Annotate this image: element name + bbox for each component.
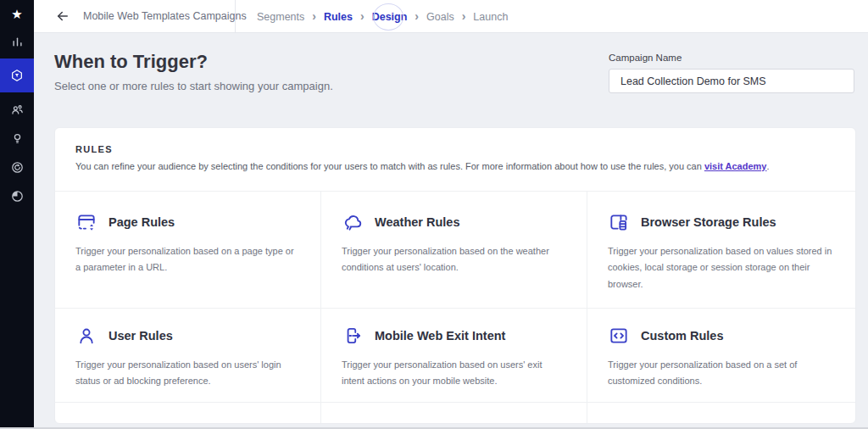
- card-description: Trigger your personalization based on a …: [75, 243, 302, 276]
- rule-card-weather-rules[interactable]: Weather Rules Trigger your personalizati…: [321, 192, 587, 309]
- browser-storage-rules-icon: [608, 211, 630, 233]
- campaign-name-block: Campaign Name: [609, 53, 854, 93]
- campaign-name-label: Campaign Name: [609, 53, 854, 63]
- sidebar-item-history[interactable]: [0, 181, 34, 210]
- weather-rules-icon: [342, 211, 364, 233]
- card-header: Page Rules: [75, 211, 302, 233]
- card-title: Browser Storage Rules: [641, 215, 776, 229]
- rule-card-user-rules[interactable]: User Rules Trigger your personalization …: [55, 309, 321, 403]
- users-icon: [9, 102, 25, 118]
- sidebar-item-favorites[interactable]: ★: [0, 0, 34, 27]
- card-title: User Rules: [108, 329, 173, 343]
- rule-card-mobile-web-exit-intent[interactable]: Mobile Web Exit Intent Trigger your pers…: [321, 309, 587, 403]
- chevron-right-icon: ›: [462, 10, 466, 24]
- visit-academy-link[interactable]: visit Academy: [704, 161, 767, 171]
- card-description: Trigger your personalization based on a …: [608, 357, 837, 390]
- rules-panel-header: RULES You can refine your audience by se…: [55, 128, 855, 192]
- card-description: Trigger your personalization based on va…: [608, 243, 837, 292]
- rule-card-custom-rules[interactable]: Custom Rules Trigger your personalizatio…: [587, 309, 855, 403]
- sidebar-item-audience[interactable]: [0, 95, 34, 124]
- page-rules-icon: [75, 211, 97, 233]
- back-arrow-icon: [55, 8, 70, 24]
- breadcrumb-step-design-wrap: Design: [372, 11, 408, 23]
- page-subtitle: Select one or more rules to start showin…: [54, 80, 333, 92]
- chevron-right-icon: ›: [312, 10, 316, 24]
- campaign-name-input[interactable]: [609, 69, 854, 93]
- sidebar-item-personalization[interactable]: [0, 58, 34, 92]
- card-description: Trigger your personalization based on us…: [75, 357, 302, 390]
- card-header: Custom Rules: [608, 325, 837, 347]
- rules-heading: RULES: [75, 144, 835, 154]
- rules-intro-period: .: [766, 161, 769, 171]
- sidebar-item-optimize[interactable]: [0, 153, 34, 181]
- sidebar-item-analytics[interactable]: [0, 27, 34, 56]
- rules-cards-grid: Page Rules Trigger your personalization …: [55, 192, 855, 424]
- custom-rules-icon: [608, 325, 630, 347]
- user-rules-icon: [75, 325, 97, 347]
- bar-chart-icon: [9, 34, 25, 50]
- card-header: User Rules: [75, 325, 302, 347]
- chevron-right-icon: ›: [360, 10, 364, 24]
- card-header: Weather Rules: [342, 211, 568, 233]
- optimize-icon: [9, 159, 25, 176]
- rules-panel: RULES You can refine your audience by se…: [54, 127, 856, 424]
- breadcrumb-step-rules[interactable]: Rules: [324, 11, 353, 23]
- back-button[interactable]: [54, 8, 71, 25]
- star-icon: ★: [11, 8, 22, 20]
- lightbulb-icon: [9, 131, 25, 147]
- card-title: Page Rules: [108, 215, 175, 229]
- personalization-icon: [8, 67, 25, 84]
- rule-card-hidden-1[interactable]: [55, 403, 321, 424]
- topbar-title: Mobile Web Templates Campaigns: [83, 10, 247, 22]
- card-title: Weather Rules: [375, 215, 459, 229]
- card-title: Mobile Web Exit Intent: [375, 329, 505, 343]
- mobile-web-exit-intent-icon: [342, 325, 364, 347]
- sidebar: ★: [0, 0, 34, 429]
- topbar: Mobile Web Templates Campaigns Segments …: [34, 0, 868, 33]
- card-description: Trigger your personalization based on us…: [342, 357, 568, 390]
- rule-card-browser-storage-rules[interactable]: Browser Storage Rules Trigger your perso…: [587, 192, 855, 309]
- sidebar-item-ideas[interactable]: [0, 124, 34, 153]
- topbar-divider: [235, 0, 236, 32]
- page-title: When to Trigger?: [54, 51, 208, 73]
- card-header: Browser Storage Rules: [608, 211, 837, 233]
- rule-card-hidden-3[interactable]: [587, 403, 855, 424]
- rules-intro-text: You can refine your audience by selectin…: [75, 161, 704, 171]
- rule-card-page-rules[interactable]: Page Rules Trigger your personalization …: [55, 192, 321, 309]
- breadcrumb-step-launch[interactable]: Launch: [473, 11, 508, 23]
- rules-intro: You can refine your audience by selectin…: [75, 161, 835, 171]
- card-title: Custom Rules: [641, 329, 724, 343]
- time-pie-icon: [9, 188, 25, 204]
- chevron-right-icon: ›: [415, 10, 419, 24]
- breadcrumb-step-goals[interactable]: Goals: [426, 11, 454, 23]
- breadcrumb-step-segments[interactable]: Segments: [257, 11, 304, 23]
- breadcrumb-step-design[interactable]: Design: [372, 11, 408, 23]
- card-description: Trigger your personalization based on th…: [342, 243, 568, 276]
- breadcrumb: Segments › Rules › Design › Goals › Laun…: [257, 0, 508, 33]
- card-header: Mobile Web Exit Intent: [342, 325, 568, 347]
- rule-card-hidden-2[interactable]: [321, 403, 587, 424]
